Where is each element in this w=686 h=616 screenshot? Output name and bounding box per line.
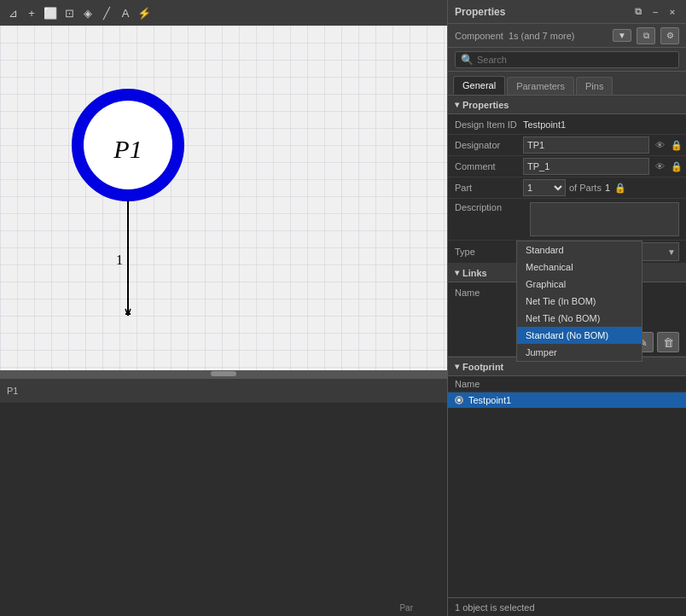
part-row: Part 1 of Parts 1 🔒: [448, 177, 686, 199]
component-icon[interactable]: ⊡: [61, 5, 77, 20]
panel-header-icons: ⧉ – ×: [631, 5, 679, 19]
description-label: P1: [7, 386, 18, 396]
footprint-section: ▾ Footprint Name Testpoint1: [448, 357, 686, 459]
part-lock-icon[interactable]: 🔒: [613, 183, 627, 194]
dropdown-item-mechanical[interactable]: Mechanical: [517, 259, 642, 276]
description-textarea[interactable]: [530, 202, 679, 236]
toolbar: ⊿ + ⬜ ⊡ ◈ ╱ A ⚡: [0, 0, 447, 26]
designator-input[interactable]: [523, 137, 649, 154]
text-icon[interactable]: A: [118, 5, 133, 20]
designator-label: Designator: [455, 140, 523, 150]
part-select[interactable]: 1: [523, 179, 566, 196]
copy-button[interactable]: ⧉: [637, 27, 655, 44]
description-label: Description: [455, 202, 523, 212]
component-bar: Component 1s (and 7 more) ▼ ⧉ ⚙: [448, 24, 686, 48]
dropdown-item-jumper[interactable]: Jumper: [517, 344, 642, 361]
canvas-area: ⊿ + ⬜ ⊡ ◈ ╱ A ⚡ P1 1: [0, 0, 447, 616]
tab-general[interactable]: General: [453, 76, 505, 95]
type-label: Type: [455, 247, 523, 257]
panel-pin-icon[interactable]: –: [648, 5, 662, 19]
tab-pins[interactable]: Pins: [576, 77, 613, 95]
comment-row: Comment 👁 🔒: [448, 156, 686, 177]
delete-icon: 🗑: [663, 336, 674, 349]
status-text: 1 object is selected: [455, 602, 535, 613]
footprint-name-value: Testpoint1: [468, 395, 511, 405]
comment-visibility-icon[interactable]: 👁: [653, 161, 666, 171]
filter-icon[interactable]: ⊿: [5, 5, 20, 20]
panel-float-icon[interactable]: ⧉: [631, 5, 645, 19]
part-control: 1 of Parts 1: [523, 179, 610, 196]
part-value-wrap: 1 of Parts 1 🔒: [523, 179, 679, 196]
type-row-container: Type Standard Mechanical Graphical Net T…: [448, 241, 686, 264]
of-parts-label: of Parts: [569, 183, 602, 193]
component-label: Component: [455, 31, 503, 41]
filter-icon: ▼: [618, 31, 626, 40]
dropdown-item-net-tie-bom[interactable]: Net Tie (In BOM): [517, 293, 642, 310]
dropdown-item-net-tie-no-bom[interactable]: Net Tie (No BOM): [517, 310, 642, 327]
status-bar: 1 object is selected: [448, 597, 686, 616]
search-icon: 🔍: [461, 54, 474, 66]
design-item-id-value: Testpoint1: [523, 119, 566, 130]
type-dropdown-menu[interactable]: Standard Mechanical Graphical Net Tie (I…: [516, 241, 642, 362]
settings-button[interactable]: ⚙: [660, 27, 679, 44]
schematic-symbol: P1 1: [51, 51, 222, 341]
dropdown-item-standard[interactable]: Standard: [517, 241, 642, 259]
footprint-name-header: Name: [448, 376, 686, 392]
par-label: Par: [399, 603, 413, 613]
schematic-canvas[interactable]: P1 1: [0, 26, 447, 370]
comment-input[interactable]: [523, 158, 649, 175]
panel-header: Properties ⧉ – ×: [448, 0, 686, 24]
comment-lock-icon[interactable]: 🔒: [670, 161, 683, 172]
footprint-radio-inner: [457, 398, 461, 402]
properties-panel: Properties ⧉ – × Component 1s (and 7 mor…: [447, 0, 686, 616]
select-icon[interactable]: ⬜: [43, 5, 58, 20]
footprint-row[interactable]: Testpoint1: [448, 392, 686, 408]
dropdown-item-standard-no-bom[interactable]: Standard (No BOM): [517, 327, 642, 344]
design-item-id-row: Design Item ID Testpoint1: [448, 114, 686, 135]
filter-button[interactable]: ▼: [613, 29, 631, 42]
plus-icon[interactable]: +: [24, 5, 39, 20]
properties-section-header[interactable]: ▾ Properties: [448, 96, 686, 114]
part-label: Part: [455, 183, 523, 193]
design-item-id-value-wrap: Testpoint1: [523, 119, 679, 130]
svg-text:1: 1: [116, 253, 123, 267]
scroll-thumb[interactable]: [211, 371, 236, 376]
canvas-bottom-panel: P1 Par: [0, 377, 447, 616]
designator-value-wrap: 👁 🔒: [523, 137, 683, 154]
component-count: 1s (and 7 more): [509, 31, 575, 41]
of-parts-value: 1: [605, 183, 610, 193]
properties-section-title: Properties: [462, 100, 509, 110]
links-arrow-icon: ▾: [455, 268, 459, 277]
power-icon[interactable]: ⚡: [137, 5, 152, 20]
tab-parameters[interactable]: Parameters: [507, 77, 574, 95]
footprint-arrow-icon: ▾: [455, 362, 459, 371]
description-row: Description: [448, 199, 686, 241]
designator-visibility-icon[interactable]: 👁: [653, 140, 666, 150]
search-wrap: 🔍: [455, 51, 679, 68]
footprint-section-title: Footprint: [462, 362, 503, 372]
links-section-title: Links: [462, 268, 487, 278]
designator-lock-icon[interactable]: 🔒: [670, 140, 683, 151]
wire-icon[interactable]: ╱: [99, 5, 114, 20]
comment-value-wrap: 👁 🔒: [523, 158, 683, 175]
dropdown-item-graphical[interactable]: Graphical: [517, 276, 642, 293]
canvas-bottom-header: P1: [0, 379, 447, 403]
footprint-radio[interactable]: [455, 396, 463, 404]
panel-close-icon[interactable]: ×: [666, 5, 679, 19]
tabs-bar: General Parameters Pins: [448, 72, 686, 96]
horizontal-scrollbar[interactable]: [0, 370, 447, 377]
section-collapse-arrow: ▾: [455, 100, 459, 109]
comment-label: Comment: [455, 161, 523, 171]
panel-title: Properties: [455, 6, 505, 18]
search-bar: 🔍: [448, 48, 686, 72]
place-icon[interactable]: ◈: [80, 5, 96, 20]
designator-row: Designator 👁 🔒: [448, 135, 686, 156]
svg-text:P1: P1: [113, 135, 142, 163]
design-item-id-label: Design Item ID: [455, 119, 523, 130]
search-input[interactable]: [477, 55, 673, 65]
properties-content: ▾ Properties Design Item ID Testpoint1 D…: [448, 96, 686, 597]
delete-link-button[interactable]: 🗑: [657, 332, 679, 352]
